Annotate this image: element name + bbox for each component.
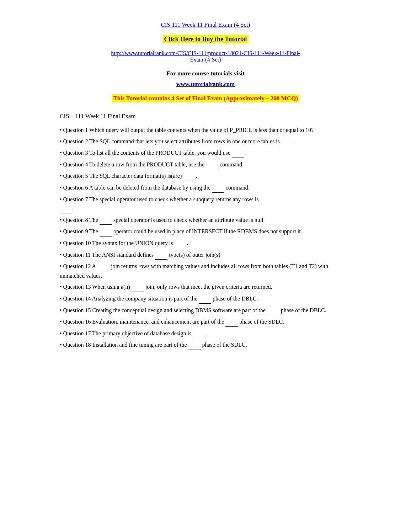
title-section: CIS 111 Week 11 Final Exam (4 Set) bbox=[60, 21, 351, 28]
question-item: • Question 1 Which query will output the… bbox=[60, 126, 351, 135]
banner-text: This Tutorial contains 4 Set of Final Ex… bbox=[112, 94, 299, 102]
question-text: • Question 9 The operator could be used … bbox=[60, 228, 302, 234]
question-item: • Question 16 Evaluation, maintenance, a… bbox=[60, 317, 351, 327]
question-item: • Question 6 A table can be deleted from… bbox=[60, 183, 351, 193]
question-text: • Question 17 The primary objective of d… bbox=[60, 330, 207, 336]
question-item: • Question 18 Installation and fine tuni… bbox=[60, 340, 351, 350]
page-container: CIS 111 Week 11 Final Exam (4 Set) Click… bbox=[46, 0, 365, 373]
question-item: • Question 12 A join returns rows with m… bbox=[60, 262, 351, 280]
question-item: • Question 8 The special operator is use… bbox=[60, 216, 351, 225]
question-text: • Question 18 Installation and fine tuni… bbox=[60, 342, 247, 348]
question-text: • Question 1 Which query will output the… bbox=[60, 127, 314, 133]
question-item: • Question 5 The SQL character data form… bbox=[60, 171, 351, 181]
question-item: • Question 13 When using a(n) join, only… bbox=[60, 282, 351, 292]
question-text: • Question 5 The SQL character data form… bbox=[60, 173, 197, 179]
tutorialrank-link[interactable]: www.tutorialrank.com bbox=[176, 81, 235, 87]
question-text: • Question 13 When using a(n) join, only… bbox=[60, 284, 272, 290]
title-link[interactable]: CIS 111 Week 11 Final Exam (4 Set) bbox=[161, 21, 250, 28]
tutorialrank-section: www.tutorialrank.com bbox=[60, 81, 351, 88]
question-item: • Question 3 To list all the contents of… bbox=[60, 148, 351, 158]
question-text: • Question 12 A join returns rows with m… bbox=[60, 263, 328, 279]
question-text: • Question 4 To delete a row from the PR… bbox=[60, 161, 244, 167]
question-text: • Question 8 The special operator is use… bbox=[60, 217, 265, 223]
question-item: • Question 10 The syntax for the UNION q… bbox=[60, 239, 351, 248]
question-text: • Question 16 Evaluation, maintenance, a… bbox=[60, 319, 284, 325]
exam-title: CIS – 111 Week 11 Final Exam bbox=[60, 113, 351, 120]
question-text: • Question 14 Analyzing the company situ… bbox=[60, 296, 258, 302]
questions-block: • Question 1 Which query will output the… bbox=[60, 126, 351, 350]
question-item: • Question 4 To delete a row from the PR… bbox=[60, 160, 351, 170]
product-url-link[interactable]: http://www.tutorialrank.com/CIS/CIS-111/… bbox=[111, 50, 300, 63]
question-item: • Question 17 The primary objective of d… bbox=[60, 329, 351, 339]
question-text: • Question 2 The SQL command that lets y… bbox=[60, 138, 295, 144]
url-section: http://www.tutorialrank.com/CIS/CIS-111/… bbox=[60, 50, 351, 63]
question-item: • Question 15 Creating the conceptual de… bbox=[60, 306, 351, 315]
question-item: • Question 11 The ANSI standard defines … bbox=[60, 250, 351, 260]
question-text: • Question 15 Creating the conceptual de… bbox=[60, 307, 326, 313]
question-item: • Question 9 The operator could be used … bbox=[60, 227, 351, 236]
more-tutorials-label: For more course tutorials visit bbox=[60, 70, 351, 77]
question-text: • Question 7 The special operator used t… bbox=[60, 196, 258, 212]
url-line2: Exam-(4-Set) bbox=[190, 57, 221, 63]
banner-section: This Tutorial contains 4 Set of Final Ex… bbox=[60, 95, 351, 102]
question-item: • Question 7 The special operator used t… bbox=[60, 195, 351, 213]
question-item: • Question 2 The SQL command that lets y… bbox=[60, 137, 351, 147]
question-item: • Question 14 Analyzing the company situ… bbox=[60, 294, 351, 304]
buy-tutorial-link[interactable]: Click Here to Buy the Tutorial bbox=[162, 35, 248, 43]
url-line1: http://www.tutorialrank.com/CIS/CIS-111/… bbox=[111, 50, 300, 56]
question-text: • Question 6 A table can be deleted from… bbox=[60, 185, 250, 191]
question-text: • Question 10 The syntax for the UNION q… bbox=[60, 240, 188, 246]
question-text: • Question 3 To list all the contents of… bbox=[60, 150, 246, 156]
question-text: • Question 11 The ANSI standard defines … bbox=[60, 252, 220, 258]
buy-section: Click Here to Buy the Tutorial bbox=[60, 36, 351, 43]
